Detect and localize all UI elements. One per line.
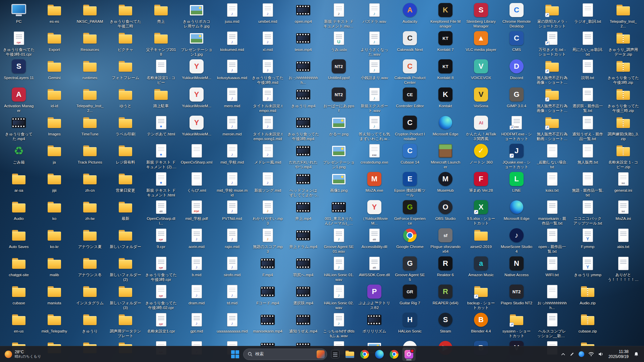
desktop-icon[interactable]: ♪タイトル未設定.tempo.song1.mid	[252, 114, 284, 141]
desktop-icon[interactable]: jijii	[38, 170, 70, 193]
desktop-icon[interactable]: OOBS Studio	[429, 198, 462, 221]
tray-clock[interactable]: 11:38 2025/09/19	[606, 349, 631, 359]
desktop-icon[interactable]: ニコニコバックアップツール.txt	[572, 198, 604, 226]
desktop-icon[interactable]: ●新規 テキスト ドキュメント (2).html	[145, 142, 177, 169]
desktop-icon[interactable]: 選択肢 - 親作品一覧.txt	[572, 86, 604, 113]
desktop-icon[interactable]: CEController Editor	[394, 86, 426, 108]
desktop-icon[interactable]: ♪sirofo.mid	[216, 255, 248, 277]
desktop-icon[interactable]: RReaktor 6	[429, 255, 462, 277]
desktop-icon[interactable]: open.mp4	[287, 1, 319, 24]
desktop-icon[interactable]: 路上駐車	[145, 86, 177, 108]
desktop-icon[interactable]: CChrome Remote Desktop	[500, 1, 533, 28]
desktop-icon[interactable]: 営業日変更	[109, 170, 142, 193]
desktop-icon[interactable]: ゆうと	[109, 86, 142, 108]
desktop-icon[interactable]: ▲VLC media player	[465, 29, 497, 52]
desktop-icon[interactable]: SSteam	[429, 311, 462, 334]
desktop-icon[interactable]: ♪uaaaaaaaaaa.mid	[216, 311, 248, 334]
desktop-icon[interactable]: ♪HALion Sonic 02.wav	[323, 283, 355, 310]
desktop-icon[interactable]: ♪umibet.mid	[252, 1, 284, 24]
desktop-icon[interactable]: SSpectraLayers 11	[3, 58, 35, 80]
desktop-icon[interactable]: 新しいフォルダー	[109, 227, 142, 249]
desktop-icon[interactable]: おっhhhhhhhhhhh...	[287, 58, 319, 85]
desktop-icon[interactable]: ♪新規 テキスト ドキュメント.musicxml	[323, 1, 355, 28]
desktop-icon[interactable]: きゅうり食ってた午後3時.mp4	[287, 114, 319, 141]
taskbar-app-window[interactable]	[328, 348, 342, 361]
desktop-icon[interactable]: ↗backup - ショートカット	[465, 283, 497, 310]
desktop-icon[interactable]: GRGuitar Rig 7	[394, 283, 426, 305]
taskbar-app-chrome-2[interactable]	[387, 348, 401, 361]
desktop-icon[interactable]: AActivation Manager	[3, 86, 35, 113]
desktop-icon[interactable]: アナウンス冬	[74, 255, 106, 277]
desktop-icon[interactable]: airset2-2019	[465, 227, 497, 249]
desktop-icon[interactable]: YF.ymmp	[572, 227, 604, 249]
desktop-icon[interactable]: NKSC_PARAM	[74, 1, 106, 24]
desktop-icon[interactable]: SSteinberg Library Manager	[465, 1, 497, 28]
desktop-icon[interactable]: cubase.zip	[572, 311, 604, 334]
desktop-icon[interactable]: きゅうり食ってた.mp4	[3, 114, 35, 141]
desktop-icon[interactable]: es-es	[38, 1, 70, 24]
desktop-icon[interactable]: 通知うぜえ - 親作品一覧.txt	[572, 114, 604, 141]
desktop-icon[interactable]: ja	[38, 142, 70, 165]
desktop-icon[interactable]: ♪パズドラ.wav	[358, 1, 390, 24]
desktop-icon[interactable]: ♪b.mid	[180, 255, 213, 277]
desktop-icon[interactable]: インスタグラム	[74, 283, 106, 305]
desktop-icon[interactable]: 名称未設定 1 - コピー.zip	[607, 142, 639, 169]
desktop-icon[interactable]: ♪答え知ってても気まずいわこれ.wav	[358, 114, 390, 141]
desktop-icon[interactable]: ヘッドフォンはずしててよかった.mp4	[287, 170, 319, 197]
desktop-icon[interactable]: WIFI.txt	[536, 255, 568, 277]
desktop-icon[interactable]: GGroove Agent SE 5	[394, 255, 426, 282]
desktop-icon[interactable]: KKeepforest File Manager	[429, 1, 462, 28]
desktop-icon[interactable]: cpr9.cpr	[145, 227, 177, 249]
desktop-icon[interactable]: VVoiSona	[465, 86, 497, 108]
desktop-icon[interactable]: iniMoZA.ini	[607, 198, 639, 221]
desktop-icon[interactable]: cprきゅうり食ってた午後3時.cpr	[145, 255, 177, 282]
desktop-icon[interactable]: Pぷよぷよ™テトリス®2	[358, 283, 390, 310]
desktop-icon[interactable]: 無題 - 親作品一覧.txt	[572, 170, 604, 197]
desktop-icon[interactable]: ラベル印刷	[109, 114, 142, 136]
desktop-icon[interactable]: EEpson 接続診断ツール	[394, 170, 426, 197]
desktop-icon[interactable]: 画像1.png	[323, 170, 355, 193]
desktop-icon[interactable]: 調声用データテンプレート	[109, 311, 142, 338]
desktop-icon[interactable]: だれだFXいれたやつ.mp4	[287, 142, 319, 169]
desktop-icon[interactable]: CCMS	[500, 29, 533, 52]
desktop-icon[interactable]: 羽尻へ.mp4	[287, 255, 319, 277]
desktop-icon[interactable]: きゅうり_調声用データ.zip	[607, 29, 639, 57]
desktop-icon[interactable]: ↗家の防犯カメラ - ショートカット	[536, 1, 568, 28]
desktop-icon[interactable]: 新しいフォルダー (2)	[109, 255, 142, 282]
desktop-icon[interactable]: 最新	[109, 198, 142, 221]
desktop-icon[interactable]: Audio.zip	[572, 283, 604, 305]
desktop-icon[interactable]: 死にたい_ゅ歌詞.txt	[572, 29, 604, 57]
desktop-icon[interactable]: dllAWSSDK.Core.dll	[358, 255, 390, 277]
desktop-icon[interactable]: Fコード.mp4	[252, 283, 284, 305]
desktop-icon[interactable]: Microsoft Edge	[429, 114, 462, 136]
desktop-icon[interactable]: midi_Telepathy	[38, 311, 70, 334]
desktop-icon[interactable]: Telepathy_Inst_2...	[74, 86, 106, 113]
search-daily-image[interactable]	[317, 350, 325, 358]
desktop-icon[interactable]: ポリリリズム	[358, 311, 390, 334]
desktop-icon[interactable]: ♪meroin.mid	[216, 114, 248, 136]
desktop-icon[interactable]: KKontakt	[429, 86, 462, 108]
desktop-icon[interactable]: 新しいフォルダー (3)	[109, 283, 142, 310]
desktop-icon[interactable]: KTKontakt 7	[429, 29, 462, 52]
desktop-icon[interactable]: きゅうり食べてた午後三時	[109, 1, 142, 28]
desktop-icon[interactable]: malib	[38, 255, 70, 277]
desktop-icon[interactable]: manisekarin - 親作品一覧.txt	[536, 198, 568, 226]
desktop-icon[interactable]: ●テンポあて.html	[145, 114, 177, 136]
desktop-icon[interactable]: ♪PVTNd.mid	[216, 198, 248, 221]
desktop-icon[interactable]: ↗万引きメモ.txt - ショートカット	[536, 29, 568, 57]
desktop-icon[interactable]: F筆まめ Ver.28	[465, 170, 497, 193]
desktop-icon[interactable]: アナウンス夏	[74, 227, 106, 249]
desktop-icon[interactable]: Audio	[3, 198, 35, 221]
desktop-icon[interactable]: BBlender 4.4	[465, 311, 497, 334]
desktop-icon[interactable]: ♪gpt.mid	[180, 311, 213, 334]
desktop-icon[interactable]: zh-cn	[74, 170, 106, 193]
desktop-icon[interactable]: Google Chrome	[394, 227, 426, 249]
desktop-icon[interactable]: cubase	[3, 283, 35, 305]
desktop-icon[interactable]: Resources	[74, 29, 106, 52]
desktop-icon[interactable]: execreatedump.exe	[358, 142, 390, 165]
desktop-icon[interactable]: Track Pictures	[74, 142, 106, 165]
desktop-icon[interactable]: NT2Piapro Studio NT2	[500, 283, 533, 305]
desktop-icon[interactable]: MMoZA.exe	[358, 170, 390, 193]
desktop-icon[interactable]: ♪Groove Agent SE 01.wav	[323, 227, 355, 254]
desktop-icon[interactable]: きゅうり	[74, 311, 106, 334]
